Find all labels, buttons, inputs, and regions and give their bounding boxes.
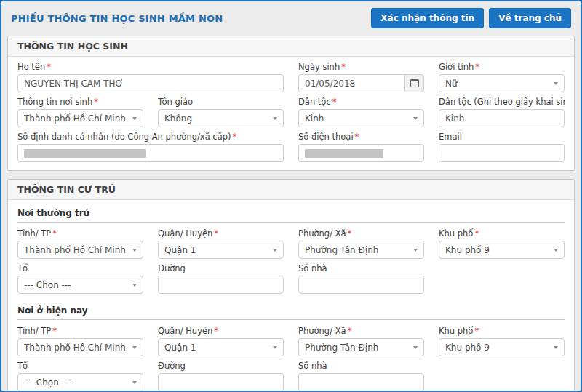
required-marker: * xyxy=(233,132,237,142)
personal-id-input[interactable] xyxy=(17,144,284,162)
student-section-title: THÔNG TIN HỌC SINH xyxy=(8,36,574,57)
full-name-input[interactable] xyxy=(17,74,284,92)
ethnicity-select[interactable]: Kinh xyxy=(298,109,424,127)
redacted-value xyxy=(305,149,383,158)
page-title: PHIẾU THÔNG TIN HỌC SINH MẦM NON xyxy=(11,13,223,24)
current-residence-heading: Nơi ở hiện nay xyxy=(17,303,565,320)
current-street-field: Đường xyxy=(158,361,284,391)
chevron-down-icon xyxy=(132,249,137,252)
permanent-province-select[interactable]: Thành phố Hồ Chí Minh xyxy=(17,241,143,259)
full-name-label: Họ tên* xyxy=(17,62,284,72)
required-marker: * xyxy=(341,62,346,72)
residence-info-section: THÔNG TIN CƯ TRÚ Nơi thường trú Tỉnh/ TP… xyxy=(7,179,575,392)
required-marker: * xyxy=(348,228,352,239)
required-marker: * xyxy=(474,326,479,336)
current-quarter-field: Khu phố* Khu phố 9 xyxy=(439,326,565,356)
residence-section-title: THÔNG TIN CƯ TRÚ xyxy=(8,180,574,200)
birthplace-field: Thông tin nơi sinh* Thành phố Hồ Chí Min… xyxy=(17,97,143,127)
current-ward-field: Phường/ Xã* Phường Tân Định xyxy=(298,326,424,356)
chevron-down-icon xyxy=(132,381,137,384)
permanent-district-select[interactable]: Quận 1 xyxy=(158,241,284,259)
ethnicity-label: Dân tộc* xyxy=(298,97,424,107)
chevron-down-icon xyxy=(413,117,418,120)
empty-cell xyxy=(439,263,565,294)
chevron-down-icon xyxy=(132,284,137,287)
email-input[interactable] xyxy=(439,144,565,162)
required-marker: * xyxy=(348,326,352,336)
birth-date-label: Ngày sinh* xyxy=(298,62,424,72)
ethnicity-field: Dân tộc* Kinh xyxy=(298,97,424,127)
personal-id-field: Số định danh cá nhân (do Công An phường/… xyxy=(17,132,284,162)
confirm-info-button[interactable]: Xác nhận thông tin xyxy=(371,8,484,28)
required-marker: * xyxy=(52,228,57,239)
header-actions: Xác nhận thông tin Về trang chủ xyxy=(371,8,571,28)
permanent-quarter-field: Khu phố* Khu phố 9 xyxy=(439,228,565,259)
current-house-number-input[interactable] xyxy=(298,373,424,391)
required-marker: * xyxy=(355,132,359,142)
chevron-down-icon xyxy=(554,249,558,252)
home-button[interactable]: Về trang chủ xyxy=(489,8,571,28)
required-marker: * xyxy=(47,62,51,72)
required-marker: * xyxy=(474,228,479,239)
calendar-button[interactable] xyxy=(404,74,424,92)
required-marker: * xyxy=(332,97,337,107)
required-marker: * xyxy=(214,228,218,239)
gender-label: Giới tính* xyxy=(439,62,565,72)
permanent-quarter-select[interactable]: Khu phố 9 xyxy=(439,241,565,259)
chevron-down-icon xyxy=(273,249,277,252)
permanent-ward-field: Phường/ Xã* Phường Tân Định xyxy=(298,228,424,259)
current-residence-block: Nơi ở hiện nay Tỉnh/ TP* Thành phố Hồ Ch… xyxy=(17,303,565,391)
chevron-down-icon xyxy=(132,117,137,120)
required-marker: * xyxy=(214,326,218,336)
page-header: PHIẾU THÔNG TIN HỌC SINH MẦM NON Xác nhậ… xyxy=(1,1,581,34)
permanent-group-field: Tổ --- Chọn --- xyxy=(17,263,143,294)
calendar-icon xyxy=(410,79,419,87)
current-province-field: Tỉnh/ TP* Thành phố Hồ Chí Minh xyxy=(17,326,143,356)
ethnicity-certificate-label: Dân tộc (Ghi theo giấy khai sinh) xyxy=(439,97,565,107)
current-house-number-field: Số nhà xyxy=(298,361,424,391)
chevron-down-icon xyxy=(413,346,418,349)
current-province-select[interactable]: Thành phố Hồ Chí Minh xyxy=(17,338,143,356)
birthplace-label: Thông tin nơi sinh* xyxy=(17,97,143,107)
permanent-ward-select[interactable]: Phường Tân Định xyxy=(298,241,424,259)
current-ward-select[interactable]: Phường Tân Định xyxy=(298,338,424,356)
gender-select[interactable]: Nữ xyxy=(439,74,565,92)
full-name-field: Họ tên* xyxy=(17,62,284,92)
current-group-field: Tổ --- Chọn --- xyxy=(17,361,143,391)
permanent-group-select[interactable]: --- Chọn --- xyxy=(17,276,143,294)
current-group-select[interactable]: --- Chọn --- xyxy=(17,373,143,391)
residence-section-body: Nơi thường trú Tỉnh/ TP* Thành phố Hồ Ch… xyxy=(8,200,574,392)
current-district-select[interactable]: Quận 1 xyxy=(158,338,284,356)
ethnicity-certificate-input[interactable] xyxy=(439,109,565,127)
phone-field: Số điện thoại* xyxy=(298,132,424,162)
required-marker: * xyxy=(475,62,479,72)
chevron-down-icon xyxy=(273,117,277,120)
email-field: Email xyxy=(439,132,565,162)
permanent-street-input[interactable] xyxy=(158,276,284,294)
email-label: Email xyxy=(439,132,565,142)
religion-label: Tôn giáo xyxy=(158,97,284,107)
redacted-value xyxy=(24,149,146,158)
required-marker: * xyxy=(94,97,98,107)
ethnicity-certificate-field: Dân tộc (Ghi theo giấy khai sinh) xyxy=(439,97,565,127)
phone-input[interactable] xyxy=(298,144,424,162)
empty-cell xyxy=(439,361,565,391)
birth-date-input[interactable] xyxy=(298,74,404,92)
permanent-district-field: Quận/ Huyện* Quận 1 xyxy=(158,228,284,259)
permanent-residence-heading: Nơi thường trú xyxy=(17,205,565,223)
gender-field: Giới tính* Nữ xyxy=(439,62,565,92)
permanent-house-number-field: Số nhà xyxy=(298,263,424,294)
religion-field: Tôn giáo Không xyxy=(158,97,284,127)
religion-select[interactable]: Không xyxy=(158,109,284,127)
permanent-residence-block: Nơi thường trú Tỉnh/ TP* Thành phố Hồ Ch… xyxy=(17,205,565,294)
current-street-input[interactable] xyxy=(158,373,284,391)
permanent-house-number-input[interactable] xyxy=(298,276,424,294)
current-quarter-select[interactable]: Khu phố 9 xyxy=(439,338,565,356)
chevron-down-icon xyxy=(273,346,277,349)
required-marker: * xyxy=(52,326,57,336)
birth-date-field: Ngày sinh* xyxy=(298,62,424,92)
chevron-down-icon xyxy=(554,82,558,85)
permanent-province-field: Tỉnh/ TP* Thành phố Hồ Chí Minh xyxy=(17,228,143,259)
birthplace-select[interactable]: Thành phố Hồ Chí Minh xyxy=(17,109,143,127)
personal-id-label: Số định danh cá nhân (do Công An phường/… xyxy=(17,132,284,142)
